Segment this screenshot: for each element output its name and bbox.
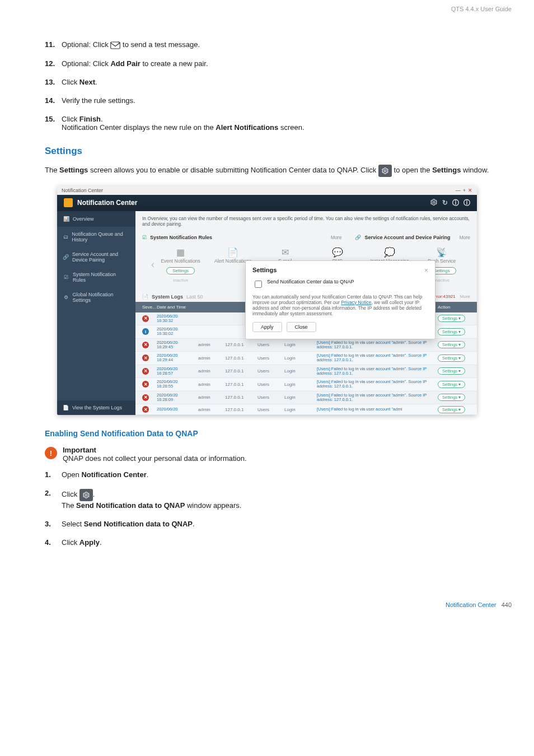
header-help-icon[interactable]: ⓘ [452, 198, 459, 208]
step-number: 2. [45, 489, 62, 510]
minimize-icon[interactable]: — [456, 188, 461, 193]
sidebar-label: Notification Queue and History [72, 231, 130, 242]
step-number: 12. [45, 59, 62, 68]
step-number: 13. [45, 78, 62, 86]
cell-content: [Users] Failed to log in via user accoun… [317, 340, 435, 350]
sidebar-label: System Notification Rules [73, 272, 130, 283]
sidebar-item-service[interactable]: 🔗Service Account and Device Pairing [57, 247, 135, 267]
cell-ip: 127.0.0.1 [225, 407, 255, 412]
app-title: Notification Center [77, 199, 137, 207]
table-row: ✕2020/06/2016:28:57admin127.0.0.1UsersLo… [135, 365, 477, 379]
popup-checkbox[interactable] [255, 281, 262, 288]
cell-app: Users [257, 356, 282, 361]
row-settings-button[interactable]: Settings ▾ [438, 354, 465, 362]
more-link-2[interactable]: More [460, 235, 470, 240]
table-row: ✕2020/06/2016:28:55admin127.0.0.1UsersLo… [135, 378, 477, 391]
cell-ip: 127.0.0.1 [225, 395, 255, 400]
step-body: Optional: Click Add Pair to create a new… [62, 59, 489, 68]
settings-para-post: to open the Settings window. [394, 166, 489, 174]
rules-icon: ☑ [63, 274, 69, 281]
logs-title: System Logs [152, 294, 183, 300]
main-panel: In Overview, you can view the number of … [135, 211, 477, 416]
pairing-label: Service Account and Device Pairing [364, 235, 450, 240]
channel-settings-button[interactable]: Settings [166, 267, 195, 274]
logs-doc-icon: 📄 [142, 294, 148, 300]
row-settings-button[interactable]: Settings ▾ [438, 394, 465, 401]
logs-more[interactable]: More [460, 294, 470, 299]
close-button[interactable]: Close [287, 322, 316, 332]
doc-footer: Notification Center 440 [0, 590, 534, 619]
cell-app: Users [257, 342, 282, 347]
step-body: Click .The Send Notification data to QNA… [62, 489, 489, 510]
app-header: Notification Center ↻ ⓘ ⓘ [57, 195, 477, 211]
cell-date: 2020/06/2016:28:55 [157, 380, 196, 389]
step-number: 14. [45, 96, 62, 105]
row-settings-button[interactable]: Settings ▾ [438, 341, 465, 348]
step-body: Click Apply. [62, 538, 489, 547]
cell-cat: Login [284, 382, 315, 387]
row-settings-button[interactable]: Settings ▾ [438, 406, 465, 413]
push-icon: 📡 [416, 247, 468, 258]
error-icon: ✕ [142, 315, 149, 322]
step-body: Open Notification Center. [62, 470, 489, 479]
sidebar-item-global[interactable]: ⚙Global Notification Settings [57, 287, 135, 307]
important-note: ! Important QNAP does not collect your p… [45, 446, 489, 463]
overview-icon: 📊 [63, 216, 69, 222]
doc-header: QTS 4.4.x User Guide [0, 0, 534, 12]
pair-icon: 🔗 [63, 254, 69, 260]
row-settings-button[interactable]: Settings ▾ [438, 367, 465, 375]
sidebar-footer[interactable]: 📄View the System Logs [57, 400, 135, 415]
cell-user: admin [198, 407, 223, 412]
sidebar-label: Global Notification Settings [72, 292, 130, 303]
close-icon[interactable]: ✕ [468, 188, 472, 193]
header-refresh-icon[interactable]: ↻ [442, 199, 448, 207]
cell-ip: 127.0.0.1 [225, 368, 255, 374]
info-icon: i [142, 328, 149, 335]
error-icon: ✕ [142, 368, 149, 375]
row-settings-button[interactable]: Settings ▾ [438, 381, 465, 388]
step-number: 1. [45, 470, 62, 479]
logs-suffix: Last 50 [186, 294, 203, 300]
cell-app: Users [257, 407, 282, 412]
error-icon: ✕ [142, 342, 149, 348]
apply-button[interactable]: Apply [252, 322, 282, 332]
svg-point-3 [85, 494, 87, 496]
more-link[interactable]: More [331, 235, 341, 240]
row-settings-button[interactable]: Settings ▾ [438, 328, 465, 335]
cell-cat: Login [284, 342, 315, 347]
check-icon: ☑ [142, 235, 147, 240]
maximize-icon[interactable]: + [463, 188, 466, 193]
header-gear-icon[interactable] [430, 198, 438, 208]
section-title-settings: Settings [45, 146, 489, 157]
cell-user: admin [198, 368, 223, 374]
step-number: 4. [45, 538, 62, 547]
sidebar-label: Service Account and Device Pairing [72, 251, 130, 263]
pair-small-icon: 🔗 [355, 235, 361, 240]
cell-ip: 127.0.0.1 [225, 382, 255, 387]
doc-icon: 📄 [207, 247, 259, 258]
rules-label: System Notification Rules [150, 235, 212, 240]
overview-note: In Overview, you can view the number of … [135, 211, 477, 231]
channel-event: ▦ Event Notifications Settings Inactive [154, 247, 207, 283]
cell-app: Users [257, 382, 282, 387]
sidebar-item-overview[interactable]: 📊Overview [57, 211, 135, 227]
popup-title: Settings [252, 267, 277, 274]
titlebar: Notification Center — + ✕ [57, 186, 477, 195]
cell-content: [Users] Failed to log in via user accoun… [317, 393, 435, 403]
cell-date: 2020/06/2016:30:32 [157, 314, 196, 324]
row-settings-button[interactable]: Settings ▾ [438, 315, 465, 322]
step-number: 3. [45, 520, 62, 528]
sidebar-item-rules[interactable]: ☑System Notification Rules [57, 267, 135, 287]
sidebar-item-queue[interactable]: 🗂Notification Queue and History [57, 227, 135, 247]
screenshot-window: Notification Center — + ✕ Notification C… [57, 186, 477, 416]
table-row: ✕2020/06/2016:29:44admin127.0.0.1UsersLo… [135, 352, 477, 365]
gear-icon[interactable] [79, 489, 93, 501]
table-row: ✕2020/06/20admin127.0.0.1UsersLogin[User… [135, 404, 477, 415]
sidebar-label: Overview [73, 216, 94, 222]
gear-icon[interactable] [378, 165, 392, 177]
svg-point-2 [433, 201, 435, 203]
step-number: 11. [45, 40, 62, 49]
header-info-icon[interactable]: ⓘ [463, 198, 470, 208]
popup-close-icon[interactable]: × [424, 267, 428, 274]
settings-para-pre: The Settings screen allows you to enable… [45, 166, 378, 174]
